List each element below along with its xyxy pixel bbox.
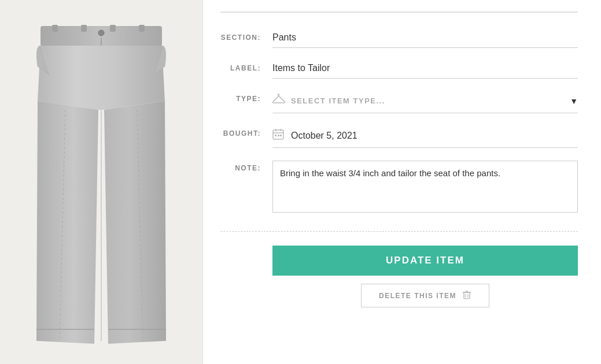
section-divider — [220, 231, 578, 232]
note-textarea[interactable]: Bring in the waist 3/4 inch and tailor t… — [272, 161, 578, 213]
bought-row: BOUGHT: October 5, 2021 — [220, 126, 578, 148]
image-panel — [0, 0, 202, 364]
top-divider — [220, 12, 578, 13]
chevron-down-icon: ▼ — [570, 96, 578, 106]
update-item-button[interactable]: UPDATE ITEM — [272, 246, 578, 276]
type-row: TYPE: SELECT ITEM TYPE... Pants Shirt Ja… — [220, 91, 578, 113]
type-select-wrapper[interactable]: SELECT ITEM TYPE... Pants Shirt Jacket D… — [272, 91, 578, 113]
label-input[interactable] — [272, 61, 578, 79]
section-row: SECTION: — [220, 30, 578, 48]
calendar-icon — [272, 128, 284, 143]
section-label: SECTION: — [220, 30, 272, 42]
svg-rect-2 — [81, 25, 87, 32]
svg-point-5 — [98, 30, 104, 36]
svg-rect-4 — [139, 25, 145, 32]
svg-rect-18 — [280, 135, 282, 136]
form-panel: SECTION: LABEL: TYPE: SELECT ITEM TYPE..… — [202, 0, 601, 364]
svg-rect-19 — [464, 292, 470, 299]
svg-rect-17 — [278, 135, 279, 136]
section-input[interactable] — [272, 30, 578, 48]
svg-rect-3 — [110, 25, 116, 32]
svg-rect-1 — [52, 25, 58, 32]
note-row: NOTE: Bring in the waist 3/4 inch and ta… — [220, 161, 578, 213]
note-label: NOTE: — [220, 161, 272, 172]
type-dropdown[interactable]: SELECT ITEM TYPE... Pants Shirt Jacket D… — [291, 96, 565, 105]
pants-image — [26, 20, 176, 344]
label-label: LABEL: — [220, 61, 272, 72]
bought-date: October 5, 2021 — [291, 131, 357, 141]
bought-label: BOUGHT: — [220, 126, 272, 138]
svg-rect-16 — [275, 135, 276, 136]
label-row: LABEL: — [220, 61, 578, 79]
date-wrapper[interactable]: October 5, 2021 — [272, 126, 578, 148]
actions-area: UPDATE ITEM DELETE THIS ITEM — [220, 246, 578, 307]
hanger-icon — [272, 94, 285, 108]
trash-icon — [462, 290, 471, 301]
delete-item-button[interactable]: DELETE THIS ITEM — [361, 284, 489, 307]
type-label: TYPE: — [220, 91, 272, 103]
delete-button-label: DELETE THIS ITEM — [379, 292, 456, 300]
